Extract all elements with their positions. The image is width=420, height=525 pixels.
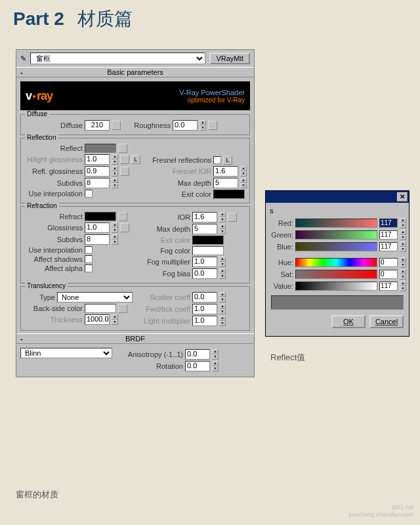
map-slot[interactable]	[120, 155, 129, 164]
reflection-group: Reflection Reflect Hilight glossiness1.0…	[20, 138, 250, 203]
diffuse-swatch[interactable]: 210	[85, 120, 110, 131]
hilight-lock[interactable]: L	[131, 155, 140, 164]
roughness-map-slot[interactable]	[208, 121, 217, 130]
map-slot[interactable]	[228, 213, 237, 222]
spinner[interactable]: ▲▼	[219, 292, 226, 303]
maxdepth-input[interactable]: 5	[213, 178, 238, 188]
red-input[interactable]: 117	[379, 219, 398, 228]
aniso-input[interactable]: 0.0	[185, 349, 210, 360]
spinner[interactable]: ▲▼	[112, 178, 118, 188]
scatter-input[interactable]: 0.0	[192, 292, 217, 303]
hilight-input[interactable]: 1.0	[85, 154, 110, 165]
gloss-input[interactable]: 1.0	[85, 222, 110, 233]
exit-swatch[interactable]	[213, 190, 245, 199]
red-slider[interactable]	[295, 219, 377, 228]
roughness-input[interactable]: 0.0	[173, 120, 198, 131]
roughness-spinner[interactable]: ▲▼	[200, 120, 206, 131]
affect-alpha-checkbox[interactable]	[85, 264, 93, 272]
spinner[interactable]: ▲▼	[112, 222, 118, 233]
fresnel-ior-input[interactable]: 1.6	[213, 166, 238, 177]
spinner[interactable]: ▲▼	[219, 316, 226, 326]
spinner[interactable]: ▲▼	[212, 361, 219, 371]
exit-swatch[interactable]	[192, 236, 224, 245]
refl-gloss-input[interactable]: 0.9	[85, 166, 110, 177]
fog-mult-input[interactable]: 1.0	[192, 257, 217, 267]
reflect-swatch[interactable]	[85, 144, 116, 153]
spinner[interactable]: ▲▼	[219, 257, 226, 267]
spinner[interactable]: ▲▼	[112, 314, 118, 325]
dialog-titlebar[interactable]: ✕	[266, 191, 409, 203]
fog-bias-input[interactable]: 0.0	[192, 268, 217, 279]
map-slot[interactable]	[120, 223, 129, 232]
spinner[interactable]: ▲▼	[400, 257, 406, 268]
spinner[interactable]: ▲▼	[219, 212, 226, 222]
fresnel-checkbox[interactable]	[213, 156, 221, 164]
light-input[interactable]: 1.0	[192, 316, 217, 326]
fog-swatch[interactable]	[192, 246, 224, 255]
spinner[interactable]: ▲▼	[212, 349, 219, 360]
diffuse-map-slot[interactable]	[112, 121, 121, 130]
green-input[interactable]: 117	[379, 230, 398, 240]
blue-input[interactable]: 117	[379, 242, 398, 251]
green-label: Green:	[268, 231, 293, 239]
basic-params-header[interactable]: - Basic parameters	[16, 67, 254, 77]
scatter-label: Scatter coeff	[138, 293, 190, 301]
brdf-header[interactable]: - BRDF	[16, 333, 254, 344]
hue-input[interactable]: 0	[379, 258, 398, 267]
type-dropdown[interactable]: None	[57, 292, 133, 303]
group-label: Translucency	[25, 282, 68, 289]
spinner[interactable]: ▲▼	[112, 234, 118, 245]
section-label: BRDF	[125, 335, 145, 343]
exit-label: Exit color	[146, 190, 211, 198]
spinner[interactable]: ▲▼	[112, 154, 118, 165]
subdivs-label: Subdivs	[24, 236, 83, 243]
spinner[interactable]: ▲▼	[400, 242, 406, 252]
spinner[interactable]: ▲▼	[400, 230, 406, 240]
fwd-input[interactable]: 1.0	[192, 304, 217, 314]
spinner[interactable]: ▲▼	[219, 304, 226, 314]
val-slider[interactable]	[295, 282, 377, 291]
group-label: Diffuse	[25, 110, 49, 117]
map-slot[interactable]	[118, 212, 127, 221]
bottom-caption: 窗框的材质	[16, 489, 58, 501]
val-input[interactable]: 117	[379, 282, 398, 291]
eyedropper-icon[interactable]: ✎	[20, 54, 26, 63]
green-slider[interactable]	[295, 230, 377, 240]
spinner[interactable]: ▲▼	[400, 281, 406, 291]
refract-swatch[interactable]	[85, 212, 116, 221]
blue-slider[interactable]	[295, 242, 377, 251]
spinner[interactable]: ▲▼	[240, 166, 247, 177]
spinner[interactable]: ▲▼	[112, 166, 118, 177]
close-icon[interactable]: ✕	[397, 192, 408, 201]
ok-button[interactable]: OK	[331, 315, 366, 328]
subdivs-input[interactable]: 8	[85, 178, 110, 188]
reflect-map-slot[interactable]	[118, 144, 127, 153]
subdivs-input[interactable]: 8	[85, 234, 110, 245]
cancel-button[interactable]: Cancel	[369, 315, 404, 328]
use-interp-checkbox[interactable]	[85, 190, 93, 198]
back-swatch[interactable]	[85, 304, 116, 313]
material-type-button[interactable]: VRayMtl	[209, 52, 250, 64]
fresnel-lock[interactable]: L	[223, 156, 232, 165]
rot-input[interactable]: 0.0	[185, 361, 210, 371]
map-slot[interactable]	[120, 167, 129, 176]
maxdepth-input[interactable]: 5	[192, 224, 217, 234]
collapse-icon: -	[20, 335, 23, 343]
brdf-type-dropdown[interactable]: Blinn	[20, 348, 112, 358]
spinner[interactable]: ▲▼	[240, 178, 247, 188]
use-interp-checkbox[interactable]	[85, 246, 93, 254]
sat-input[interactable]: 0	[379, 270, 398, 279]
thick-input[interactable]: 1000.0	[85, 314, 110, 325]
material-name-dropdown[interactable]: 窗框	[30, 52, 205, 64]
ior-input[interactable]: 1.6	[192, 212, 217, 222]
affect-shadows-checkbox[interactable]	[85, 255, 93, 263]
spinner[interactable]: ▲▼	[400, 269, 406, 280]
spinner[interactable]: ▲▼	[219, 224, 226, 234]
spinner[interactable]: ▲▼	[400, 218, 406, 228]
sat-slider[interactable]	[295, 270, 377, 279]
affect-alpha-label: Affect alpha	[24, 264, 83, 272]
hue-slider[interactable]	[295, 258, 377, 267]
spinner[interactable]: ▲▼	[219, 268, 226, 279]
map-slot[interactable]	[118, 304, 127, 313]
fog-color-label: Fog color	[138, 247, 190, 255]
